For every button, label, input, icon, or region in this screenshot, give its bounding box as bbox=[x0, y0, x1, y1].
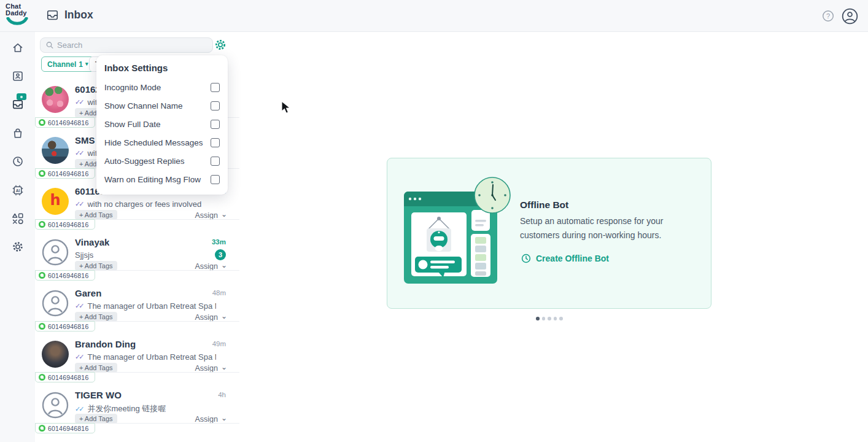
checkbox-warn-on-editing-msg-flow[interactable] bbox=[211, 175, 220, 184]
chevron-down-icon: ▾ bbox=[85, 61, 88, 67]
inbox-settings-gear-icon[interactable] bbox=[214, 39, 227, 51]
checkbox-incognito-mode[interactable] bbox=[211, 83, 220, 92]
create-offline-bot-label: Create Offline Bot bbox=[536, 254, 609, 263]
channel-filter-label: Channel bbox=[47, 60, 76, 69]
checkbox-hide-scheduled-messages[interactable] bbox=[211, 138, 220, 147]
chat-time: 33m bbox=[212, 238, 226, 246]
assign-dropdown[interactable]: Assign⌄ bbox=[195, 364, 227, 373]
read-receipt-icon: ✓✓ bbox=[75, 98, 84, 106]
chat-name: TIGER WO bbox=[75, 390, 122, 400]
menu-item-incognito-mode[interactable]: Incognito Mode bbox=[104, 78, 220, 96]
whatsapp-icon bbox=[39, 323, 45, 330]
chat-time: 49m bbox=[212, 340, 226, 347]
whatsapp-icon bbox=[39, 170, 45, 177]
account-icon[interactable] bbox=[842, 8, 858, 25]
unread-count-badge: 3 bbox=[215, 249, 226, 260]
add-tags-button[interactable]: + Add Tags bbox=[75, 312, 117, 322]
chat-list-item-partial[interactable] bbox=[35, 438, 239, 442]
menu-item-show-full-date[interactable]: Show Full Date bbox=[104, 115, 220, 133]
search-input[interactable] bbox=[57, 41, 207, 50]
chat-message: Sjjsjs bbox=[75, 250, 93, 260]
carousel-dot[interactable] bbox=[559, 317, 563, 320]
read-receipt-icon: ✓✓ bbox=[75, 149, 84, 157]
inbox-settings-title: Inbox Settings bbox=[104, 63, 220, 73]
menu-item-auto-suggest-replies[interactable]: Auto-Suggest Replies bbox=[104, 152, 220, 170]
carousel-dot[interactable] bbox=[542, 317, 546, 320]
home-icon[interactable] bbox=[12, 42, 24, 54]
svg-text:AI: AI bbox=[16, 188, 20, 193]
chat-list-item[interactable]: Brandon Ding 49m ✓✓The manager of Urban … bbox=[35, 336, 239, 387]
help-icon[interactable]: ? bbox=[822, 10, 834, 22]
menu-item-label: Auto-Suggest Replies bbox=[104, 157, 185, 166]
add-tags-button[interactable]: + Add Tags bbox=[75, 414, 117, 424]
chevron-down-icon: ⌄ bbox=[221, 314, 227, 319]
chat-message: ✓✓with no charges or fees involved bbox=[75, 200, 201, 209]
checkbox-show-full-date[interactable] bbox=[211, 120, 220, 129]
chat-list-item[interactable]: TIGER WO 4h ✓✓并发你meeting 链接喔 + Add Tags … bbox=[35, 387, 239, 438]
checkbox-show-channel-name[interactable] bbox=[211, 101, 220, 110]
page-title-text: Inbox bbox=[64, 9, 93, 21]
chat-time: 4h bbox=[218, 391, 226, 398]
add-tags-button[interactable]: + Add Tags bbox=[75, 210, 117, 220]
mouse-cursor bbox=[281, 101, 291, 114]
logo-smile-icon bbox=[6, 17, 29, 25]
assign-dropdown[interactable]: Assign⌄ bbox=[195, 415, 227, 424]
chevron-down-icon: ⌄ bbox=[221, 212, 227, 217]
chat-name: Vinayak bbox=[75, 237, 109, 247]
chevron-down-icon: ⌄ bbox=[221, 263, 227, 268]
chatdaddy-logo[interactable]: Chat Daddy bbox=[6, 3, 34, 25]
assign-dropdown[interactable]: Assign⌄ bbox=[195, 211, 227, 220]
channel-phone-badge: 60146946816 bbox=[35, 270, 95, 281]
inbox-settings-menu: Inbox Settings Incognito Mode Show Chann… bbox=[96, 55, 228, 195]
menu-item-warn-on-editing-msg-flow[interactable]: Warn on Editing Msg Flow bbox=[104, 170, 220, 188]
add-tags-button[interactable]: + Add Tags bbox=[75, 363, 117, 373]
chat-list-item[interactable]: Garen 48m ✓✓The manager of Urban Retreat… bbox=[35, 285, 239, 336]
carousel-dot-active[interactable] bbox=[536, 317, 540, 320]
top-header: Chat Daddy Inbox ? bbox=[0, 0, 868, 32]
chat-name: SMS bbox=[75, 135, 95, 145]
assign-dropdown[interactable]: Assign⌄ bbox=[195, 262, 227, 271]
carousel-dot[interactable] bbox=[548, 317, 551, 320]
assign-dropdown[interactable]: Assign⌄ bbox=[195, 313, 227, 322]
left-sidebar: AI ? bbox=[0, 32, 35, 442]
default-person-avatar bbox=[42, 392, 69, 419]
create-offline-bot-button[interactable]: Create Offline Bot bbox=[521, 254, 609, 263]
menu-item-hide-scheduled-messages[interactable]: Hide Scheduled Messages bbox=[104, 133, 220, 152]
settings-gear-icon[interactable] bbox=[12, 241, 24, 253]
history-icon[interactable] bbox=[12, 155, 24, 168]
offline-bot-illustration bbox=[403, 176, 516, 289]
search-bar[interactable] bbox=[40, 37, 213, 53]
carousel-dot[interactable] bbox=[554, 317, 557, 320]
add-tags-button[interactable]: + Add Tags bbox=[75, 261, 117, 271]
default-person-avatar bbox=[42, 290, 69, 317]
read-receipt-icon: ✓✓ bbox=[75, 353, 84, 361]
dark-photo-avatar bbox=[42, 341, 69, 368]
inbox-nav-icon[interactable] bbox=[12, 98, 24, 110]
channel-filter-button[interactable]: Channel 1 ▾ bbox=[41, 56, 95, 72]
svg-text:?: ? bbox=[826, 12, 830, 20]
carousel-dots bbox=[536, 317, 563, 320]
default-person-avatar bbox=[42, 239, 69, 266]
page-title: Inbox bbox=[46, 9, 93, 21]
menu-item-label: Warn on Editing Msg Flow bbox=[104, 175, 201, 184]
logo-text-line2: Daddy bbox=[6, 10, 34, 17]
clock-illustration bbox=[475, 177, 510, 213]
channel-phone-badge: 60146946816 bbox=[35, 372, 95, 382]
whatsapp-icon bbox=[39, 425, 45, 432]
offline-bot-card: Offline Bot Setup an automatic response … bbox=[387, 158, 711, 309]
menu-item-show-channel-name[interactable]: Show Channel Name bbox=[104, 96, 220, 115]
checkbox-auto-suggest-replies[interactable] bbox=[211, 157, 220, 166]
read-receipt-icon: ✓✓ bbox=[75, 302, 84, 310]
apps-shapes-icon[interactable] bbox=[12, 212, 24, 225]
shop-icon[interactable] bbox=[12, 127, 24, 139]
channel-phone-badge: 60146946816 bbox=[35, 423, 95, 433]
chat-message: ✓✓并发你meeting 链接喔 bbox=[75, 403, 166, 414]
chat-name: Garen bbox=[75, 288, 101, 298]
chat-message: ✓✓The manager of Urban Retreat Spa Mo... bbox=[75, 352, 216, 362]
channel-phone-badge: 60146946816 bbox=[35, 117, 95, 128]
chat-list-item[interactable]: Vinayak 33m Sjjsjs 3 + Add Tags Assign⌄ … bbox=[35, 234, 239, 285]
chat-message: ✓✓The manager of Urban Retreat Spa Mo... bbox=[75, 301, 216, 311]
whatsapp-icon bbox=[39, 221, 45, 228]
ai-bot-icon[interactable]: AI bbox=[12, 184, 24, 196]
contacts-icon[interactable] bbox=[12, 70, 24, 82]
